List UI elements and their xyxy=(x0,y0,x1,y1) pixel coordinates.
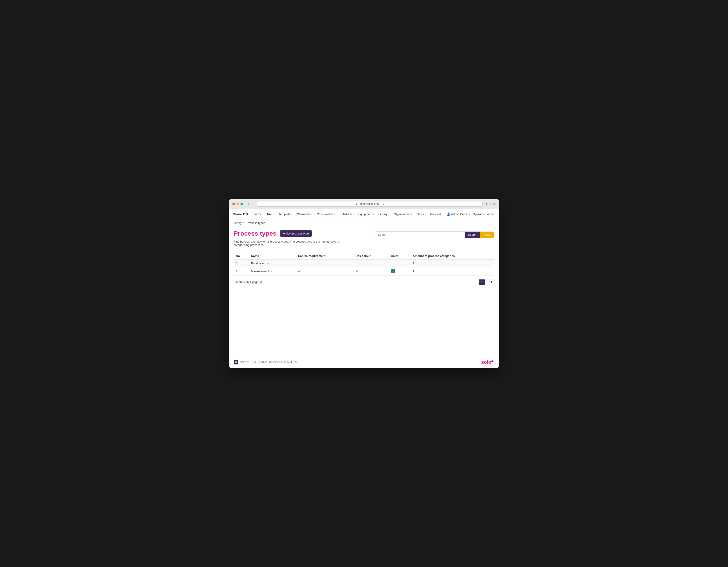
chevron-down-icon: ▾ xyxy=(411,213,412,215)
nav-item-equipment: Equipment ▾ xyxy=(356,209,376,219)
cell-color xyxy=(389,267,411,275)
results-summary: 2 results on 1 page(s) xyxy=(234,280,262,284)
nav-link-library[interactable]: Library ▾ xyxy=(376,209,392,219)
cell-has-colour xyxy=(353,260,389,267)
nav-link-news[interactable]: News ▾ xyxy=(414,209,428,219)
nav-link-template[interactable]: Template ▾ xyxy=(277,209,295,219)
back-button[interactable]: ‹ xyxy=(247,202,250,206)
nav-link-request[interactable]: Request ▾ xyxy=(428,209,445,219)
cell-can-be-requirement xyxy=(296,260,353,267)
search-button[interactable]: Search xyxy=(465,231,480,237)
nav-link-organisation[interactable]: Organisation ▾ xyxy=(392,209,415,219)
reset-button[interactable]: Reset xyxy=(480,231,494,237)
data-table: No Name Can be requirement Has colour Co… xyxy=(234,252,494,275)
page-all-button[interactable]: All xyxy=(486,279,494,285)
col-has-colour: Has colour xyxy=(353,252,389,260)
footer-text: SoloDB 5.7.6 · © 2022 · Developed by Jie… xyxy=(240,361,297,364)
table-row: 2 Measurement ✎ ✔ ✔ xyxy=(234,267,494,275)
nav-item-library: Library ▾ xyxy=(376,209,392,219)
nav-link-run[interactable]: Run ▾ xyxy=(265,209,277,219)
close-button[interactable] xyxy=(232,202,235,205)
nav-item-consumable: Consumable ▾ xyxy=(315,209,337,219)
nav-item-request: Request ▾ xyxy=(428,209,445,219)
footer-logo: solodb xyxy=(481,359,494,365)
chevron-down-icon: ▾ xyxy=(353,213,354,215)
col-color: Color xyxy=(389,252,411,260)
col-no: No xyxy=(234,252,249,260)
breadcrumb-parent[interactable]: Library xyxy=(233,221,242,224)
navbar: Demo DB Rooms ▾ Run ▾ Template xyxy=(229,209,499,219)
chevron-down-icon: ▾ xyxy=(425,213,426,215)
page-1-button[interactable]: 1 xyxy=(479,279,485,285)
breadcrumb-separator: / xyxy=(244,221,245,224)
nav-link-chemicals[interactable]: Chemicals ▾ xyxy=(295,209,315,219)
edit-icon[interactable]: ✎ xyxy=(267,262,269,265)
nav-link-equipment[interactable]: Equipment ▾ xyxy=(356,209,376,219)
navbar-right: 👤 Admin Demo ▾ Operator Admin xyxy=(447,212,495,216)
table-body: 1 Fabrication ✎ 2 2 Measurement xyxy=(234,260,494,275)
forward-button[interactable]: › xyxy=(251,202,255,206)
admin-demo-dropdown[interactable]: 👤 Admin Demo ▾ xyxy=(447,212,470,216)
new-tab-icon[interactable]: + xyxy=(489,202,491,206)
admin-link[interactable]: Admin xyxy=(487,212,495,216)
col-amount: Amount of process categories xyxy=(411,252,494,260)
nav-item-run: Run ▾ xyxy=(265,209,277,219)
chevron-down-icon: ▾ xyxy=(273,213,274,215)
address-bar[interactable]: 🔒 demo.solodb.net ↻ xyxy=(257,201,482,206)
table-header: No Name Can be requirement Has colour Co… xyxy=(234,252,494,260)
maximize-button[interactable] xyxy=(240,202,243,205)
cell-name: Measurement ✎ xyxy=(249,267,296,275)
cell-amount: 1 xyxy=(411,267,494,275)
results-footer: 2 results on 1 page(s) 1 All xyxy=(234,279,494,285)
chevron-down-icon: ▾ xyxy=(334,213,335,215)
check-icon: ✔ xyxy=(298,269,301,273)
chevron-down-icon: ▾ xyxy=(291,213,292,215)
share-icon[interactable]: ⬆ xyxy=(485,202,488,206)
app-footer: S SoloDB 5.7.6 · © 2022 · Developed by J… xyxy=(229,356,499,368)
nav-link-consumable[interactable]: Consumable ▾ xyxy=(315,209,337,219)
page-header-left: Process types + New process type Find he… xyxy=(234,230,346,250)
color-swatch xyxy=(391,269,395,273)
person-icon: 👤 xyxy=(447,212,450,216)
cell-name: Fabrication ✎ xyxy=(249,260,296,267)
new-process-type-button[interactable]: + New process type xyxy=(280,230,312,237)
traffic-lights xyxy=(232,202,243,205)
lock-icon: 🔒 xyxy=(355,202,358,205)
browser-actions: ⬆ + ⊞ xyxy=(485,202,496,206)
col-can-be-requirement: Can be requirement xyxy=(296,252,353,260)
col-name: Name xyxy=(249,252,296,260)
minimize-button[interactable] xyxy=(236,202,239,205)
cell-can-be-requirement: ✔ xyxy=(296,267,353,275)
search-input[interactable] xyxy=(375,231,465,238)
nav-link-rooms[interactable]: Rooms ▾ xyxy=(249,209,265,219)
navbar-brand[interactable]: Demo DB xyxy=(233,212,248,216)
cell-amount: 2 xyxy=(411,260,494,267)
operator-link[interactable]: Operator xyxy=(473,212,484,216)
chevron-down-icon: ▾ xyxy=(373,213,374,215)
page-title: Process types xyxy=(234,230,276,237)
pagination: 1 All xyxy=(479,279,494,285)
edit-icon[interactable]: ✎ xyxy=(271,270,273,273)
grid-icon[interactable]: ⊞ xyxy=(493,202,496,206)
nav-item-rooms: Rooms ▾ xyxy=(249,209,265,219)
nav-item-organisation: Organisation ▾ xyxy=(392,209,415,219)
app-content: Demo DB Rooms ▾ Run ▾ Template xyxy=(229,209,499,368)
breadcrumb: Library / Process types xyxy=(229,219,499,226)
chevron-down-icon: ▾ xyxy=(442,213,443,215)
browser-controls: ‹ › xyxy=(247,202,255,206)
page-header: Process types + New process type xyxy=(234,230,346,237)
chevron-down-icon: ▾ xyxy=(262,213,263,215)
nav-item-template: Template ▾ xyxy=(277,209,295,219)
chevron-down-icon: ▾ xyxy=(311,213,312,215)
page-description: Find here an overview of all process typ… xyxy=(234,240,346,246)
nav-link-substrate[interactable]: Substrate ▾ xyxy=(337,209,356,219)
cell-no: 1 xyxy=(234,260,249,267)
url-text: demo.solodb.net xyxy=(360,202,380,205)
check-icon: ✔ xyxy=(356,269,359,273)
cell-has-colour: ✔ xyxy=(353,267,389,275)
nav-item-substrate: Substrate ▾ xyxy=(337,209,356,219)
solodb-icon: S xyxy=(234,360,238,365)
breadcrumb-current: Process types xyxy=(247,221,265,224)
reload-icon[interactable]: ↻ xyxy=(382,202,384,205)
search-area: Search Reset xyxy=(375,231,494,238)
